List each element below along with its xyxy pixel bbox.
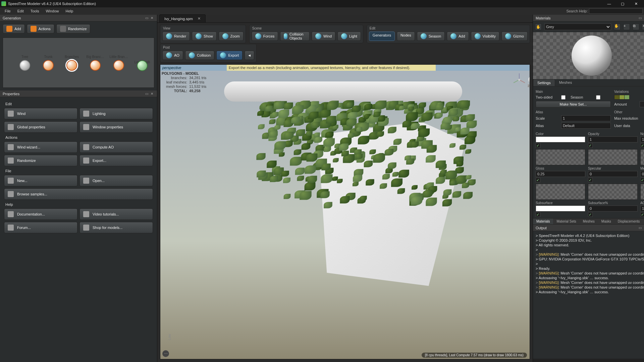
hand-tool-icon[interactable]: ✋ bbox=[535, 23, 542, 30]
post-back-button[interactable]: ◄ bbox=[245, 51, 254, 60]
normal-map-thumb[interactable] bbox=[640, 149, 644, 165]
color-swatch[interactable] bbox=[536, 136, 585, 142]
randomize-button[interactable]: Randomize bbox=[4, 155, 77, 166]
viewport-menu-icon[interactable]: ⋯ bbox=[162, 350, 169, 357]
properties-undock-icon[interactable]: ▭ bbox=[144, 92, 149, 96]
video-tutorials-button[interactable]: Video tutorials... bbox=[79, 208, 153, 220]
settings-tab[interactable]: Settings bbox=[533, 79, 555, 86]
gloss-map-thumb[interactable] bbox=[536, 184, 585, 200]
shop-models-button[interactable]: Shop for models... bbox=[79, 222, 153, 233]
zoom-button[interactable]: Zoom bbox=[219, 32, 244, 41]
normal-enable[interactable]: ✓ bbox=[640, 143, 644, 148]
ao-input[interactable] bbox=[640, 205, 644, 212]
mat-add-icon[interactable]: + bbox=[623, 23, 630, 30]
wind-wizard-button[interactable]: Wind wizard... bbox=[4, 141, 77, 153]
light-button[interactable]: Light bbox=[337, 32, 361, 41]
gloss-enable[interactable]: ✓ bbox=[536, 178, 540, 182]
ao-enable[interactable]: ✓ bbox=[640, 212, 644, 217]
gen-node-littlebranch[interactable]: Little Bran… bbox=[107, 55, 130, 71]
color-map-thumb[interactable] bbox=[536, 149, 585, 165]
meshes-tab[interactable]: Meshes bbox=[555, 79, 576, 86]
gloss-input[interactable] bbox=[536, 171, 585, 177]
forum-button[interactable]: Forum... bbox=[4, 222, 77, 233]
subsurfpct-input[interactable] bbox=[588, 205, 638, 212]
nodes-tab[interactable]: Nodes bbox=[397, 32, 415, 41]
gen-node-branches[interactable]: Branches bbox=[60, 55, 84, 71]
output-undock-icon[interactable]: ▭ bbox=[638, 226, 643, 230]
output-scrollbar[interactable] bbox=[533, 359, 644, 362]
menu-window[interactable]: Window bbox=[42, 8, 62, 14]
menu-help[interactable]: Help bbox=[62, 8, 77, 14]
gen-node-bigbranch[interactable]: Big Branc… bbox=[84, 55, 107, 71]
mat-copy-icon[interactable]: ⧉ bbox=[633, 23, 639, 30]
document-tab[interactable]: Ivy_Hanging.spm ✕ bbox=[159, 14, 206, 22]
minimize-button[interactable]: — bbox=[602, 0, 616, 7]
specular-map-thumb[interactable] bbox=[588, 184, 638, 200]
subsurfpct-enable[interactable]: ✓ bbox=[588, 212, 593, 217]
tab-close-icon[interactable]: ✕ bbox=[198, 16, 201, 21]
new-button[interactable]: New... bbox=[4, 175, 77, 186]
menu-edit[interactable]: Edit bbox=[14, 8, 27, 14]
browse-samples-button[interactable]: Browse samples... bbox=[4, 188, 153, 200]
export-button[interactable]: Export... bbox=[79, 155, 153, 166]
search-help-input[interactable] bbox=[589, 8, 643, 14]
generation-close-icon[interactable]: ✕ bbox=[150, 16, 154, 20]
generation-actions-button[interactable]: Actions bbox=[27, 24, 54, 34]
season-button[interactable]: Season bbox=[417, 32, 445, 41]
metallic-map-thumb[interactable] bbox=[640, 184, 644, 200]
bottab-displacements[interactable]: Displacements bbox=[614, 219, 643, 224]
bottab-masks[interactable]: Masks bbox=[598, 219, 614, 224]
maximize-button[interactable]: ▢ bbox=[616, 0, 629, 7]
variation-swatches[interactable] bbox=[614, 95, 633, 100]
mat-delete-icon[interactable]: ✕ bbox=[642, 23, 644, 30]
amount-slider[interactable] bbox=[640, 101, 644, 107]
mat-hand-icon[interactable]: ✋ bbox=[614, 23, 621, 30]
gen-node-trunk[interactable]: Trunk bbox=[37, 55, 60, 71]
output-log[interactable]: > SpeedTree® Modeler v8.4.2 (UE4 Subscri… bbox=[533, 231, 644, 359]
wind-button[interactable]: Wind bbox=[4, 108, 77, 119]
menu-tools[interactable]: Tools bbox=[27, 8, 43, 14]
show-button[interactable]: Show bbox=[192, 32, 217, 41]
color-enable[interactable]: ✓ bbox=[536, 143, 540, 148]
global-properties-button[interactable]: Global properties bbox=[4, 121, 77, 133]
specular-input[interactable] bbox=[588, 171, 638, 177]
two-sided-checkbox[interactable] bbox=[561, 95, 566, 100]
gen-node-tree[interactable]: Tree bbox=[13, 55, 37, 71]
season-checkbox[interactable] bbox=[596, 95, 600, 100]
metallic-enable[interactable]: ✓ bbox=[640, 178, 644, 182]
generation-undock-icon[interactable]: ▭ bbox=[144, 16, 149, 20]
collision-objects-button[interactable]: Collision Objects bbox=[280, 32, 310, 41]
atlas-input[interactable] bbox=[561, 123, 611, 129]
view-gizmo[interactable]: 2.00 bbox=[512, 73, 526, 87]
bottab-matsets[interactable]: Material Sets bbox=[553, 219, 579, 224]
specular-enable[interactable]: ✓ bbox=[588, 178, 593, 182]
post-collision-button[interactable]: Collision bbox=[185, 51, 215, 60]
bottab-meshes[interactable]: Meshes bbox=[580, 219, 598, 224]
properties-close-icon[interactable]: ✕ bbox=[150, 92, 154, 96]
menu-file[interactable]: File bbox=[1, 8, 14, 14]
generation-graph[interactable]: Tree Trunk Branches Big Branc… Little Br… bbox=[3, 38, 154, 88]
make-new-set-button[interactable]: Make New Set... bbox=[536, 101, 611, 108]
post-export-button[interactable]: Export bbox=[216, 51, 243, 60]
material-preview[interactable] bbox=[533, 32, 644, 79]
opacity-enable[interactable]: ✓ bbox=[588, 143, 593, 148]
add-button[interactable]: Add bbox=[447, 32, 469, 41]
visibility-button[interactable]: Visibility bbox=[471, 32, 500, 41]
metallic-input[interactable] bbox=[640, 171, 644, 177]
gizmo-button[interactable]: Gizmo bbox=[501, 32, 528, 41]
light-handle-icon[interactable] bbox=[528, 76, 530, 83]
scale-input[interactable] bbox=[561, 115, 611, 121]
documentation-button[interactable]: Documentation... bbox=[4, 208, 77, 220]
lighting-button[interactable]: Lighting bbox=[79, 108, 153, 119]
generation-randomize-button[interactable]: Randomize bbox=[56, 24, 91, 34]
viewport[interactable]: perspective Export the model as a mesh (… bbox=[160, 64, 530, 359]
close-button[interactable]: ✕ bbox=[629, 0, 643, 7]
normal-input[interactable] bbox=[640, 136, 644, 142]
gen-node-leafmesh[interactable]: Leaf Mesh bbox=[130, 60, 154, 65]
subsurf-swatch[interactable] bbox=[536, 205, 585, 212]
opacity-map-thumb[interactable] bbox=[588, 149, 638, 165]
opacity-input[interactable] bbox=[588, 136, 638, 142]
material-select[interactable]: Grey bbox=[544, 23, 611, 30]
scene-wind-button[interactable]: Wind bbox=[312, 32, 335, 41]
forces-button[interactable]: Forces bbox=[252, 32, 278, 41]
